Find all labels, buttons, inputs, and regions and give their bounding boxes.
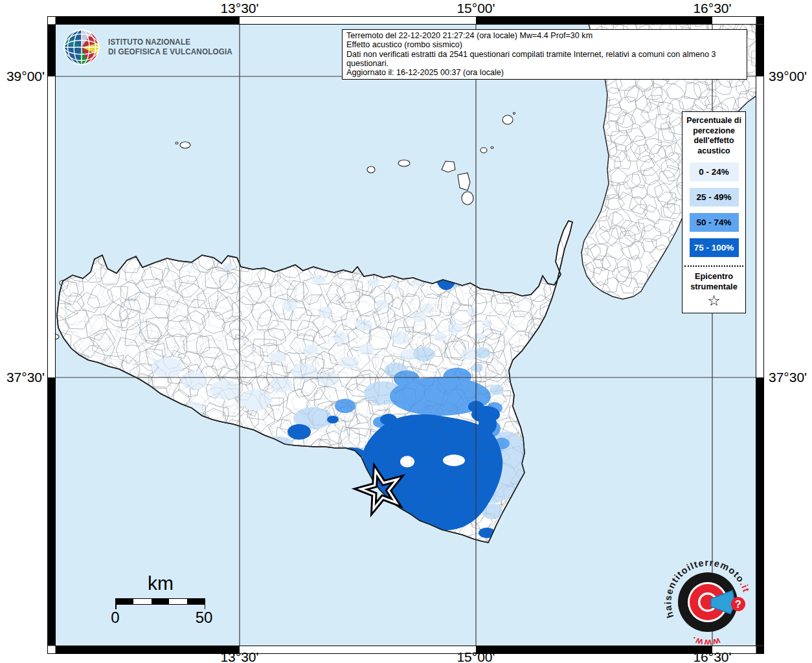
event-info-box: Terremoto del 22-12-2020 21:27:24 (ora l…: [342, 29, 747, 80]
haisentitoilterremoto-watermark: haisentitoilterremoto.it www. ?: [659, 554, 758, 652]
parallel-label-right-2: 37°30': [769, 370, 812, 385]
legend-divider: [684, 265, 743, 267]
earthquake-perception-map-page: { "branding": { "institute_line1": "ISTI…: [0, 0, 812, 663]
legend: Percentuale di percezione dell'effetto a…: [682, 111, 746, 313]
scale-bar: km 0 50: [110, 572, 220, 627]
legend-class-0-24: 0 - 24%: [690, 163, 739, 181]
legend-class-50-74: 50 - 74%: [690, 213, 739, 232]
meridian-label-top-1: 13°30': [207, 1, 272, 16]
question-mark-icon: ?: [735, 599, 741, 610]
ingv-wordmark: ISTITUTO NAZIONALE DI GEOFISICA E VULCAN…: [108, 38, 232, 57]
data-source-line: Dati non verificati estratti da 2541 que…: [346, 50, 743, 69]
ingv-line2: DI GEOFISICA E VULCANOLOGIA: [108, 47, 232, 57]
legend-title: Percentuale di percezione dell'effetto a…: [682, 116, 745, 156]
legend-class-75-100: 75 - 100%: [690, 238, 739, 257]
parallel-label-right-1: 39°00': [769, 69, 812, 84]
parallel-label-left-2: 37°30': [0, 370, 45, 385]
meridian-label-bottom-2: 15°00': [444, 649, 508, 663]
updated-at-line: Aggiornato il: 16-12-2025 00:37 (ora loc…: [346, 68, 743, 77]
parallel-label-left-1: 39°00': [0, 69, 45, 84]
ingv-line1: ISTITUTO NAZIONALE: [108, 38, 232, 47]
ingv-globe-icon: [63, 29, 100, 65]
effect-type-line: Effetto acustico (rombo sismico): [346, 40, 743, 49]
scale-bar-graphic: [115, 598, 205, 605]
meridian-label-top-2: 15°00': [444, 1, 508, 16]
epicenter-star-icon: ☆: [682, 292, 745, 309]
scale-start-label: 0: [111, 609, 119, 627]
ingv-logo: ISTITUTO NAZIONALE DI GEOFISICA E VULCAN…: [63, 29, 242, 65]
scale-unit-label: km: [112, 572, 209, 594]
watermark-www-text: www.: [690, 635, 722, 648]
watermark-prefix-text: www.: [690, 635, 722, 648]
event-summary-line: Terremoto del 22-12-2020 21:27:24 (ora l…: [346, 31, 743, 40]
meridian-label-bottom-1: 13°30': [207, 649, 272, 663]
watermark-icon: haisentitoilterremoto.it www. ?: [659, 554, 758, 652]
legend-class-25-49: 25 - 49%: [690, 188, 739, 207]
meridian-label-top-3: 16°30': [680, 1, 745, 16]
scale-end-label: 50: [196, 609, 213, 627]
epicenter-legend-label: Epicentro strumentale: [682, 271, 745, 292]
